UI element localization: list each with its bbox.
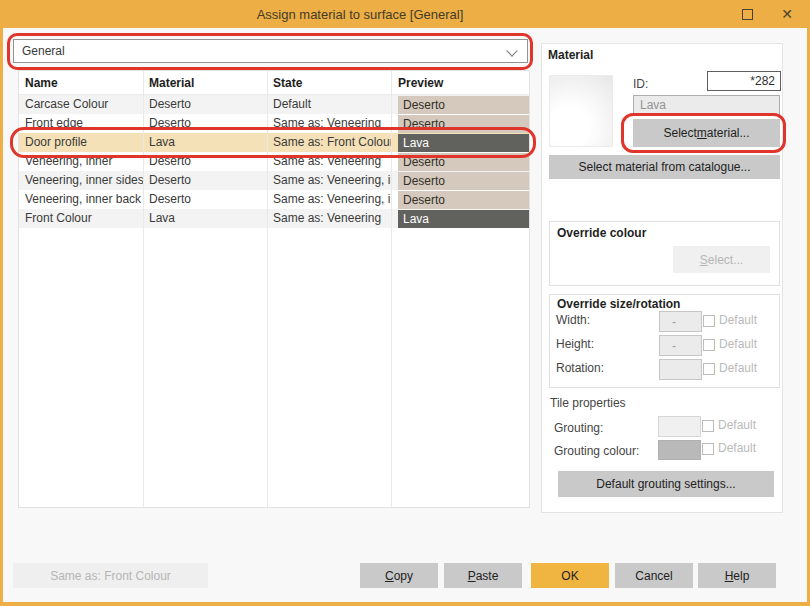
height-default-label: Default xyxy=(719,337,757,351)
table-header: Name Material State Preview xyxy=(19,71,529,95)
close-icon: ✕ xyxy=(781,7,793,21)
cell-state: Same as: Veneering xyxy=(267,114,391,133)
cell-state: Same as: Veneering xyxy=(267,209,391,228)
cell-material: Deserto xyxy=(143,190,267,209)
column-header-state[interactable]: State xyxy=(267,71,391,94)
cell-material: Lava xyxy=(143,209,267,228)
height-field[interactable]: - xyxy=(659,335,702,356)
width-default-label: Default xyxy=(719,313,757,327)
dialog-title: Assign material to surface [General] xyxy=(0,7,720,22)
window-border-bottom xyxy=(0,602,810,606)
width-default-checkbox[interactable] xyxy=(703,315,715,327)
button-label: elp xyxy=(733,569,749,583)
surface-dropdown-value: General xyxy=(22,44,65,58)
window-border-left xyxy=(0,28,3,606)
button-label: elect... xyxy=(708,253,743,267)
cell-material: Deserto xyxy=(143,152,267,171)
close-button[interactable]: ✕ xyxy=(770,0,804,28)
height-default-checkbox[interactable] xyxy=(703,339,715,351)
rotation-label: Rotation: xyxy=(556,361,604,375)
override-size-title: Override size/rotation xyxy=(557,297,680,311)
preview-swatch: Deserto xyxy=(398,115,529,133)
grouting-field[interactable] xyxy=(658,416,701,437)
table-row[interactable]: Front Colour Lava Same as: Veneering Lav… xyxy=(19,209,529,228)
preview-swatch: Deserto xyxy=(398,191,529,209)
grouting-colour-default-label: Default xyxy=(718,441,756,455)
material-id-field[interactable]: *282 xyxy=(707,71,781,91)
override-size-rotation-group: Override size/rotation Width: - Default … xyxy=(549,294,780,388)
table-row[interactable]: Veneering, inner back Deserto Same as: V… xyxy=(19,190,529,209)
button-mnemonic: C xyxy=(385,569,394,583)
cell-preview: Lava xyxy=(391,209,529,228)
material-panel: Material ID: *282 Lava Select material..… xyxy=(541,43,783,513)
preview-swatch: Deserto xyxy=(398,172,529,190)
cell-name: Front edge xyxy=(19,114,143,133)
table-row-selected[interactable]: Door profile Lava Same as: Front Colour … xyxy=(19,133,529,152)
button-mnemonic: m xyxy=(697,126,707,140)
material-name-field[interactable]: Lava xyxy=(633,95,780,115)
grouting-default-checkbox[interactable] xyxy=(702,420,714,432)
grouting-colour-label: Grouting colour: xyxy=(554,444,639,458)
cell-preview: Deserto xyxy=(391,95,529,114)
table-row[interactable]: Front edge Deserto Same as: Veneering De… xyxy=(19,114,529,133)
cell-name: Veneering, inner xyxy=(19,152,143,171)
cell-state: Default xyxy=(267,95,391,114)
help-button[interactable]: Help xyxy=(698,563,776,588)
cell-state: Same as: Veneering, inne xyxy=(267,190,391,209)
copy-button[interactable]: Copy xyxy=(360,563,438,588)
cell-preview: Lava xyxy=(391,133,529,152)
grouting-colour-default-checkbox[interactable] xyxy=(702,443,714,455)
cell-preview: Deserto xyxy=(391,114,529,133)
cell-state: Same as: Veneering, inne xyxy=(267,171,391,190)
preview-swatch: Lava xyxy=(398,134,529,152)
width-field[interactable]: - xyxy=(659,311,702,332)
select-material-button[interactable]: Select material... xyxy=(633,119,780,147)
button-label: Select xyxy=(663,126,696,140)
column-header-preview[interactable]: Preview xyxy=(391,71,529,94)
assign-material-dialog: Assign material to surface [General] ✕ G… xyxy=(0,0,810,606)
surface-table: Name Material State Preview Carcase Colo… xyxy=(18,70,530,508)
grouting-colour-swatch[interactable] xyxy=(658,440,701,460)
cell-name: Front Colour xyxy=(19,209,143,228)
cell-name: Veneering, inner back xyxy=(19,190,143,209)
cell-preview: Deserto xyxy=(391,171,529,190)
table-row[interactable]: Veneering, inner Deserto Same as: Veneer… xyxy=(19,152,529,171)
chevron-down-icon xyxy=(506,45,517,56)
cell-preview: Deserto xyxy=(391,190,529,209)
table-row[interactable]: Carcase Colour Deserto Default Deserto xyxy=(19,95,529,114)
column-separator xyxy=(143,71,144,507)
preview-swatch: Deserto xyxy=(398,96,529,114)
cell-material: Deserto xyxy=(143,95,267,114)
maximize-icon xyxy=(742,9,753,20)
override-colour-group: Override colour Select... xyxy=(549,221,780,286)
ok-button[interactable]: OK xyxy=(531,563,609,588)
button-mnemonic: P xyxy=(468,569,476,583)
cancel-button[interactable]: Cancel xyxy=(615,563,693,588)
column-header-name[interactable]: Name xyxy=(19,71,143,94)
default-grouting-settings-button[interactable]: Default grouting settings... xyxy=(558,471,774,497)
cell-material: Lava xyxy=(143,133,267,152)
width-label: Width: xyxy=(556,313,590,327)
preview-swatch: Deserto xyxy=(398,153,529,171)
paste-button[interactable]: Paste xyxy=(444,563,522,588)
cell-state: Same as: Veneering xyxy=(267,152,391,171)
tile-properties-title: Tile properties xyxy=(550,396,626,410)
button-label: opy xyxy=(394,569,413,583)
rotation-default-label: Default xyxy=(719,361,757,375)
state-info-button[interactable]: Same as: Front Colour xyxy=(13,563,208,588)
select-material-from-catalogue-button[interactable]: Select material from catalogue... xyxy=(549,155,780,179)
rotation-field[interactable] xyxy=(659,359,702,380)
surface-dropdown[interactable]: General xyxy=(13,39,528,63)
material-panel-title: Material xyxy=(548,48,593,62)
cell-material: Deserto xyxy=(143,114,267,133)
column-separator xyxy=(391,71,392,507)
override-colour-select-button[interactable]: Select... xyxy=(673,246,770,273)
maximize-button[interactable] xyxy=(730,0,764,28)
rotation-default-checkbox[interactable] xyxy=(703,363,715,375)
table-row[interactable]: Veneering, inner sides Deserto Same as: … xyxy=(19,171,529,190)
cell-name: Carcase Colour xyxy=(19,95,143,114)
material-preview-swatch xyxy=(549,75,613,147)
grouting-label: Grouting: xyxy=(554,421,603,435)
column-header-material[interactable]: Material xyxy=(143,71,267,94)
button-label: aste xyxy=(476,569,499,583)
